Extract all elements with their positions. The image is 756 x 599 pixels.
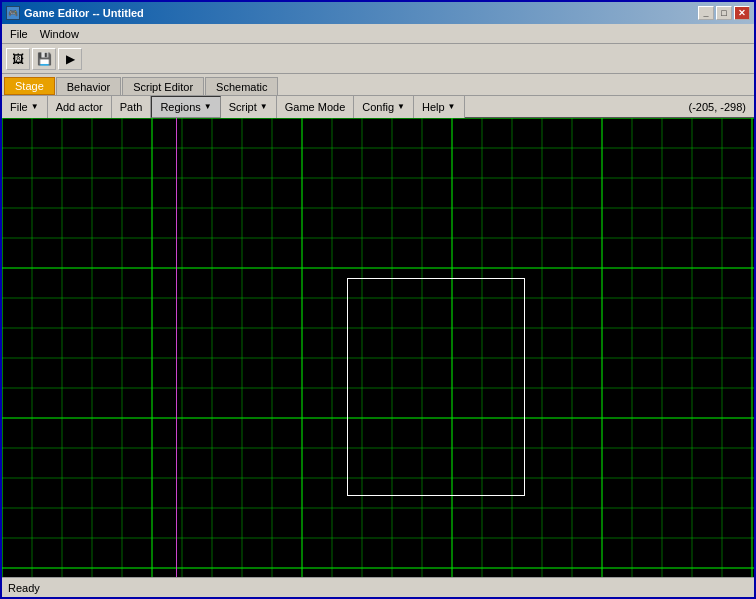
tab-behavior[interactable]: Behavior [56, 77, 121, 95]
sec-add-actor-button[interactable]: Add actor [48, 96, 112, 118]
tab-stage[interactable]: Stage [4, 77, 55, 95]
sec-regions-button[interactable]: Regions ▼ [151, 96, 220, 118]
status-bar: Ready [2, 577, 754, 597]
sec-file-button[interactable]: File ▼ [2, 96, 48, 118]
title-bar: 🎮 Game Editor -- Untitled _ □ ✕ [2, 2, 754, 24]
window-title: Game Editor -- Untitled [24, 7, 698, 19]
minimize-button[interactable]: _ [698, 6, 714, 20]
menu-file[interactable]: File [4, 26, 34, 42]
run-button[interactable]: ▶ [58, 48, 82, 70]
status-text: Ready [8, 582, 40, 594]
canvas-area[interactable] [2, 118, 754, 577]
save-button[interactable]: 💾 [32, 48, 56, 70]
sec-script-button[interactable]: Script ▼ [221, 96, 277, 118]
sec-path-button[interactable]: Path [112, 96, 152, 118]
sec-help-button[interactable]: Help ▼ [414, 96, 465, 118]
main-window: 🎮 Game Editor -- Untitled _ □ ✕ File Win… [0, 0, 756, 599]
sec-config-arrow: ▼ [397, 102, 405, 111]
secondary-toolbar: File ▼ Add actor Path Regions ▼ Script ▼… [2, 96, 754, 118]
purple-vertical-line [176, 118, 177, 577]
menu-window[interactable]: Window [34, 26, 85, 42]
sec-regions-arrow: ▼ [204, 102, 212, 111]
sec-file-arrow: ▼ [31, 102, 39, 111]
tab-bar: Stage Behavior Script Editor Schematic [2, 74, 754, 96]
window-controls: _ □ ✕ [698, 6, 750, 20]
save-icon: 💾 [37, 52, 52, 66]
new-icon: 🖼 [12, 52, 24, 66]
tab-schematic[interactable]: Schematic [205, 77, 278, 95]
sec-script-arrow: ▼ [260, 102, 268, 111]
tab-script-editor[interactable]: Script Editor [122, 77, 204, 95]
coordinates-display: (-205, -298) [689, 101, 754, 113]
sec-help-arrow: ▼ [448, 102, 456, 111]
new-button[interactable]: 🖼 [6, 48, 30, 70]
sec-game-mode-button[interactable]: Game Mode [277, 96, 355, 118]
sec-config-button[interactable]: Config ▼ [354, 96, 414, 118]
menu-bar: File Window [2, 24, 754, 44]
run-icon: ▶ [66, 52, 75, 66]
region-rectangle [347, 278, 525, 496]
maximize-button[interactable]: □ [716, 6, 732, 20]
toolbar: 🖼 💾 ▶ [2, 44, 754, 74]
app-icon: 🎮 [6, 6, 20, 20]
close-button[interactable]: ✕ [734, 6, 750, 20]
